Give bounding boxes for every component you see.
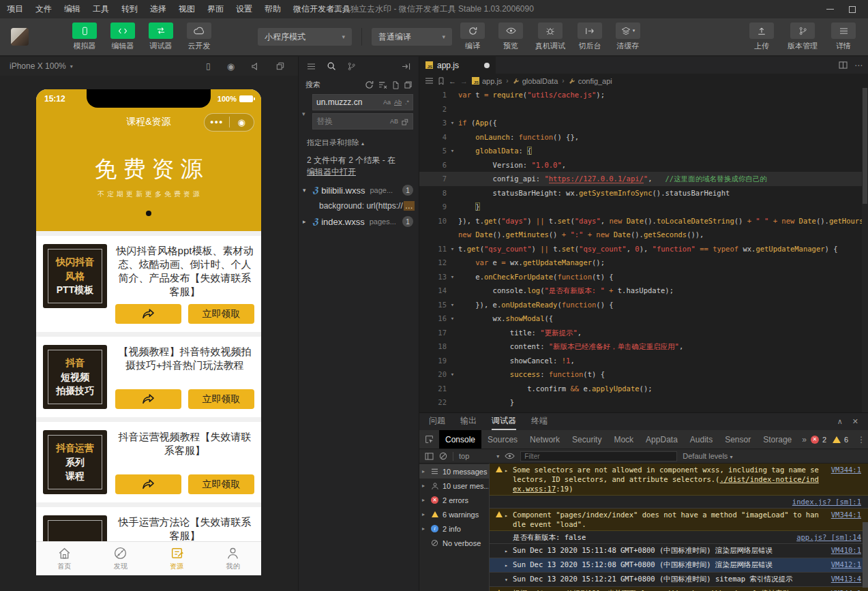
chevron-right-icon[interactable]: ▸: [422, 468, 427, 474]
clear-results-icon[interactable]: [378, 81, 387, 89]
share-button[interactable]: [115, 474, 181, 494]
record-icon[interactable]: ◉: [227, 61, 235, 72]
refresh-search-icon[interactable]: [365, 80, 374, 89]
bookmark-icon[interactable]: [438, 77, 445, 85]
console-message[interactable]: index.js? [sm]:1: [490, 496, 868, 509]
replace-all-icon[interactable]: [402, 118, 409, 125]
debugger-tab[interactable]: 终端: [531, 413, 548, 430]
regex-icon[interactable]: .*: [405, 99, 409, 106]
source-link[interactable]: app.js? [sm]:14: [796, 532, 861, 542]
context-select[interactable]: top ▾: [459, 452, 499, 460]
menu-item[interactable]: 视图: [179, 3, 195, 15]
tab-overflow-icon[interactable]: »: [798, 435, 811, 444]
maximize-button[interactable]: [849, 6, 856, 13]
tabbar-item-home[interactable]: 首页: [36, 542, 93, 575]
toolbar-button-branch[interactable]: 版本管理: [788, 22, 818, 51]
chevron-right-icon[interactable]: ▸: [422, 511, 427, 517]
console-message[interactable]: ▾ Sun Dec 13 2020 15:12:21 GMT+0800 (中国标…: [490, 573, 868, 587]
chevron-right-icon[interactable]: ▸: [422, 497, 427, 503]
source-link[interactable]: VM344:1: [831, 588, 861, 591]
dir-filter-toggle[interactable]: 指定目录和排除 ▴: [299, 132, 419, 149]
nav-back-icon[interactable]: ←: [449, 77, 456, 85]
console-message[interactable]: ▸ Sun Dec 13 2020 15:12:08 GMT+0800 (中国标…: [490, 558, 868, 573]
menu-item[interactable]: 转到: [121, 3, 138, 15]
live-expression-icon[interactable]: [505, 453, 515, 459]
more-dots-icon[interactable]: ●●●: [205, 119, 229, 125]
menu-item[interactable]: 微信开发者工具: [293, 3, 350, 15]
search-input[interactable]: [316, 97, 383, 107]
expand-all-icon[interactable]: [404, 81, 412, 89]
nav-forward-icon[interactable]: →: [460, 77, 468, 85]
source-link[interactable]: VM413:4: [831, 574, 861, 584]
unsaved-dot-icon[interactable]: [484, 63, 490, 68]
console-filter-row[interactable]: No verbose: [419, 536, 489, 550]
match-case-icon[interactable]: Aa: [383, 99, 391, 106]
search-icon[interactable]: [327, 61, 336, 71]
devtools-tab-mock[interactable]: Mock: [608, 430, 640, 449]
devtools-tab-network[interactable]: Network: [524, 430, 566, 449]
search-result-file[interactable]: ▾ ℨ bilibili.wxss page... 1: [299, 182, 419, 198]
chevron-down-icon[interactable]: ▾: [303, 187, 310, 194]
toolbar-button-phone[interactable]: 模拟器: [71, 22, 98, 51]
expand-arrow-icon[interactable]: ▸: [505, 465, 513, 476]
breadcrumb-symbol[interactable]: globalData: [513, 77, 558, 85]
code-editor[interactable]: 1var t = require("utils/cache.js");23▾if…: [419, 88, 868, 412]
fold-chevron-icon[interactable]: ▾: [447, 270, 458, 284]
chevron-right-icon[interactable]: ▸: [422, 483, 427, 489]
menu-item[interactable]: 界面: [207, 3, 224, 15]
share-button[interactable]: [115, 389, 181, 409]
console-filter-row[interactable]: ▸ 10 user mes...: [419, 479, 489, 493]
devtools-tab-storage[interactable]: Storage: [757, 430, 798, 449]
menu-item[interactable]: 文件: [35, 3, 52, 15]
source-link[interactable]: index.js? [sm]:1: [792, 497, 861, 506]
console-filter-row[interactable]: ▸ i 2 info: [419, 521, 489, 536]
console-scrollbar[interactable]: [863, 522, 868, 588]
toolbar-button-eye[interactable]: 预览: [497, 22, 524, 51]
toolbar-button-refresh[interactable]: 编译: [459, 22, 486, 51]
item-thumbnail[interactable]: 抖音短视频拍摄技巧: [43, 345, 107, 409]
debugger-tab[interactable]: 输出: [460, 413, 477, 430]
console-sidebar-toggle-icon[interactable]: [425, 453, 434, 460]
fold-chevron-icon[interactable]: ▾: [447, 242, 458, 256]
menu-item[interactable]: 工具: [93, 3, 109, 15]
item-thumbnail[interactable]: 快手运营: [43, 515, 107, 541]
outline-icon[interactable]: [425, 77, 434, 85]
devtools-tab-appdata[interactable]: AppData: [640, 430, 684, 449]
share-button[interactable]: [115, 304, 181, 324]
devtools-tab-security[interactable]: Security: [566, 430, 608, 449]
console-filter-row[interactable]: ▸ 6 warnings: [419, 507, 489, 521]
fold-chevron-icon[interactable]: ▾: [447, 367, 458, 382]
collapse-panel-icon[interactable]: ∧: [837, 417, 843, 426]
console-filter-row[interactable]: ▸ ✕ 2 errors: [419, 493, 489, 507]
console-filter-row[interactable]: ▸ 10 messages: [419, 464, 489, 479]
whole-word-icon[interactable]: Ab: [394, 99, 402, 106]
open-search-editor-icon[interactable]: [392, 81, 400, 89]
fold-chevron-icon[interactable]: ▾: [447, 144, 458, 158]
more-actions-icon[interactable]: ⋯: [854, 61, 863, 70]
tabbar-item-compass[interactable]: 发现: [93, 542, 149, 575]
toolbar-button-swap[interactable]: 调试器: [147, 22, 175, 51]
close-panel-icon[interactable]: ✕: [852, 417, 858, 426]
breadcrumb-file[interactable]: JS app.js: [472, 77, 502, 85]
claim-button[interactable]: 立即领取: [188, 474, 254, 494]
devtools-tab-sources[interactable]: Sources: [481, 430, 524, 449]
devtools-tab-audits[interactable]: Audits: [684, 430, 719, 449]
devtools-menu-icon[interactable]: ⋮: [854, 435, 868, 444]
breadcrumb-symbol[interactable]: config_api: [569, 77, 612, 85]
devtools-tab-console[interactable]: Console: [439, 430, 481, 449]
expand-arrow-icon[interactable]: ▸: [505, 545, 513, 556]
console-filter-input[interactable]: [524, 453, 673, 460]
replace-input[interactable]: [316, 117, 390, 126]
device-select[interactable]: iPhone X 100% ▾: [10, 61, 73, 71]
user-avatar[interactable]: [11, 28, 29, 46]
toolbar-button-code[interactable]: 编辑器: [109, 22, 136, 51]
menu-item[interactable]: 选择: [150, 3, 166, 15]
source-link[interactable]: VM344:1: [831, 465, 861, 474]
expand-arrow-icon[interactable]: ▸: [505, 510, 513, 521]
menu-item[interactable]: 帮助: [265, 3, 281, 15]
git-branch-icon[interactable]: [347, 62, 356, 71]
minimize-button[interactable]: [826, 9, 834, 10]
console-message[interactable]: ▸ Some selectors are not allowed in comp…: [490, 464, 868, 496]
mute-icon[interactable]: [251, 63, 260, 70]
mode-select[interactable]: 小程序模式 ▾: [258, 28, 352, 46]
